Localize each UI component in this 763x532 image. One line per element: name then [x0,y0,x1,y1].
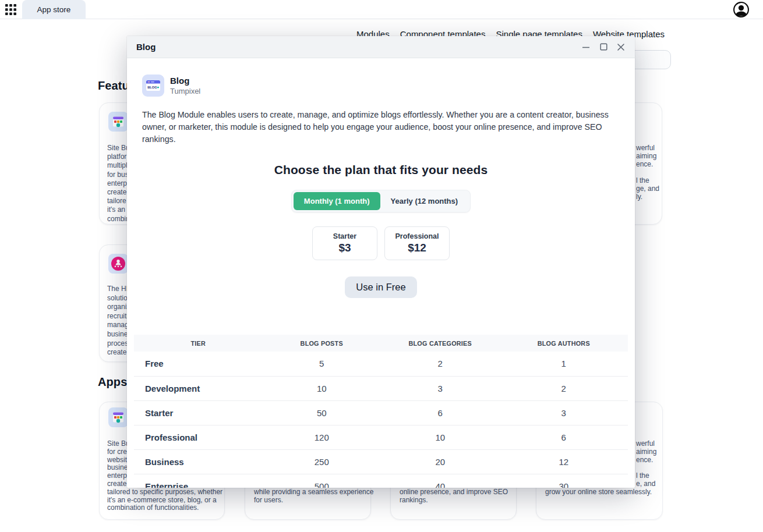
blog-categories-cell: 40 [381,474,500,488]
yearly-toggle-button[interactable]: Yearly (12 months) [380,192,469,210]
tier-name-cell: Starter [134,400,262,425]
blog-categories-cell: 20 [381,449,500,474]
tier-name-cell: Enterprise [134,474,262,488]
table-header-cell: TIER [134,335,262,352]
table-header-cell: BLOG POSTS [262,335,381,352]
blog-authors-cell: 1 [500,352,628,376]
module-header: BLOG Blog Tumpixel [142,75,620,97]
maximize-icon[interactable] [599,42,608,52]
blog-categories-cell: 6 [381,400,500,425]
plans-heading: Choose the plan that fits your needs [142,163,620,177]
window-title: Blog [136,42,156,52]
window-titlebar[interactable]: Blog [127,36,635,58]
site-builder-icon [108,112,128,132]
blog-authors-cell: 2 [500,376,628,400]
user-avatar-icon[interactable] [733,2,749,17]
blog-posts-cell: 50 [262,400,381,425]
blog-categories-cell: 10 [381,425,500,449]
hr-module-icon [108,254,128,274]
svg-text:BLOG: BLOG [147,86,157,89]
app-grid-icon[interactable] [5,4,16,15]
tier-name-cell: Professional [134,425,262,449]
window-controls [581,42,626,52]
blog-posts-cell: 500 [262,474,381,488]
app-card-4-text-fragment: werfulaimingence.l thee, and [636,440,656,488]
table-row: Free 5 2 1 [134,352,628,376]
monthly-toggle-button[interactable]: Monthly (1 month) [294,192,380,210]
tab-label: App store [37,5,71,14]
tier-name-cell: Business [134,449,262,474]
tab-app-store[interactable]: App store [22,0,86,19]
blog-authors-cell: 12 [500,449,628,474]
blog-posts-cell: 250 [262,449,381,474]
module-description: The Blog Module enables users to create,… [142,109,620,146]
blog-module-icon: BLOG [142,75,164,97]
table-header-row: TIERBLOG POSTSBLOG CATEGORIESBLOG AUTHOR… [134,335,628,352]
module-name: Blog [170,76,200,86]
blog-categories-cell: 2 [381,352,500,376]
tier-comparison-table: TIERBLOG POSTSBLOG CATEGORIESBLOG AUTHOR… [134,335,628,488]
blog-posts-cell: 5 [262,352,381,376]
close-icon[interactable] [616,42,626,52]
minimize-icon[interactable] [581,42,591,52]
blog-module-window: Blog BLOG Blog [127,36,635,488]
window-body: BLOG Blog Tumpixel The Blog Module enabl… [127,75,635,488]
billing-period-toggle: Monthly (1 month) Yearly (12 months) [291,190,471,212]
table-row: Enterprise 500 40 30 [134,474,628,488]
blog-authors-cell: 6 [500,425,628,449]
blog-categories-cell: 3 [381,376,500,400]
blog-posts-cell: 120 [262,425,381,449]
blog-posts-cell: 10 [262,376,381,400]
module-vendor: Tumpixel [170,86,200,96]
tier-name-cell: Development [134,376,262,400]
use-in-free-button[interactable]: Use in Free [345,276,416,298]
blog-authors-cell: 3 [500,400,628,425]
table-row: Professional 120 10 6 [134,425,628,449]
plan-card[interactable]: Starter $3 [312,226,377,260]
apps-heading: Apps [98,375,127,389]
plan-price: $3 [338,242,351,254]
plan-price: $12 [408,242,426,254]
table-row: Business 250 20 12 [134,449,628,474]
featured-card-right-text-fragment: werfulaimingence.l thege, andly. [636,144,659,201]
plan-card[interactable]: Professional $12 [384,226,450,260]
app-card-4-visible-text: grow your online store seamlessly. [545,488,652,496]
table-header-cell: BLOG CATEGORIES [381,335,500,352]
site-builder-icon [108,407,128,427]
browser-topbar: App store [0,0,763,19]
featured-card-text-fragment: Site Buplatformultiplfor busenterpcreate… [107,144,130,224]
app-card-2-text: while providing a seamless experiencefor… [254,488,373,505]
app-card-3-text: online presence, and improve SEOrankings… [400,488,508,505]
blog-authors-cell: 30 [500,474,628,488]
table-row: Development 10 3 2 [134,376,628,400]
table-header-cell: BLOG AUTHORS [500,335,628,352]
table-row: Starter 50 6 3 [134,400,628,425]
plan-name: Professional [395,232,439,240]
plan-cards: Starter $3 Professional $12 [142,226,620,260]
plan-name: Starter [333,232,356,240]
tier-name-cell: Free [134,352,262,376]
